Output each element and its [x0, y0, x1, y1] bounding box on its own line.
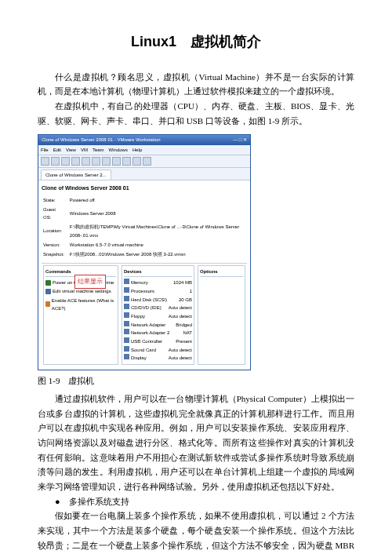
device-row[interactable]: FloppyAuto detect	[124, 312, 192, 320]
vm-meta-table: State:Powered off Guest OS:Windows Serve…	[42, 195, 247, 260]
paragraph-multi-os-1: 假如要在一台电脑上装多个操作系统，如果不使用虚拟机，可以通过 2 个方法来实现，…	[38, 508, 354, 554]
toolbar-icon[interactable]	[71, 157, 80, 166]
window-titlebar: Clone of Windows Server 2008 01 - VMware…	[38, 135, 250, 144]
device-row[interactable]: DisplayAuto detect	[124, 354, 192, 362]
meta-ver-key: Version:	[43, 241, 68, 249]
vmware-window: Clone of Windows Server 2008 01 - VMware…	[38, 134, 251, 370]
options-header: Options	[200, 268, 243, 277]
usb-icon	[124, 337, 129, 343]
menu-file[interactable]: File	[41, 146, 49, 154]
play-icon	[45, 280, 51, 286]
device-row[interactable]: Network AdapterBridged	[124, 321, 192, 329]
vm-name-heading: Clone of Windows Server 2008 01	[42, 184, 247, 193]
cpu-icon	[124, 287, 129, 293]
bullet-multi-os: ● 多操作系统支持	[55, 494, 354, 509]
figure-vm-screenshot: Clone of Windows Server 2008 01 - VMware…	[38, 134, 354, 370]
meta-snap-value: F:\快照2008...01\Windows Server 2008 快照 3-…	[70, 250, 245, 258]
ace-icon	[45, 301, 50, 307]
window-title-text: Clone of Windows Server 2008 01 - VMware…	[42, 136, 161, 144]
menu-windows[interactable]: Windows	[109, 146, 128, 154]
devices-panel: Devices Memory1024 MB Processors1 Hard D…	[122, 265, 194, 365]
device-row[interactable]: Processors1	[124, 287, 192, 295]
floppy-icon	[124, 312, 129, 318]
gear-icon	[45, 289, 51, 294]
menu-team[interactable]: Team	[93, 146, 104, 154]
window-controls: — □ ✕	[233, 136, 247, 144]
meta-os-key: Guest OS:	[43, 206, 68, 221]
toolbar-icon[interactable]	[132, 157, 141, 166]
sound-icon	[124, 346, 129, 352]
paragraph-intro-2: 在虚拟机中，有自己的处理器（CPU）、内存、硬盘、主板、BIOS、显卡、光驱、软…	[38, 99, 354, 128]
meta-os-value: Windows Server 2008	[70, 206, 245, 221]
menu-bar[interactable]: File Edit View VM Team Windows Help	[38, 145, 250, 155]
toolbar-icon[interactable]	[102, 157, 111, 166]
cmd-enable-ace[interactable]: Enable ACE features (What is ACE?)	[45, 297, 116, 312]
toolbar-icon[interactable]	[143, 157, 151, 166]
meta-state-value: Powered off	[70, 196, 245, 204]
paragraph-intro-1: 什么是虚拟机？顾名思义，虚拟机（Virtual Machine）并不是一台实际的…	[38, 70, 354, 99]
toolbar-icon[interactable]	[112, 157, 121, 166]
toolbar-icon[interactable]	[122, 157, 131, 166]
device-row[interactable]: Memory1024 MB	[124, 279, 192, 286]
device-row[interactable]: Sound CardAuto detect	[124, 346, 192, 354]
toolbar[interactable]	[38, 155, 250, 168]
tab-active[interactable]: Clone of Windows Server 2...	[41, 169, 111, 180]
device-row[interactable]: USB ControllerPresent	[124, 337, 192, 345]
nic-icon	[124, 321, 129, 326]
callout-result: 结果显示	[74, 275, 106, 289]
meta-loc-value: F:\我的虚拟机\TEMP\My Virtual Machines\Clone …	[70, 223, 245, 239]
device-row[interactable]: Network Adapter 2NAT	[124, 329, 192, 337]
tab-strip[interactable]: Clone of Windows Server 2...	[38, 168, 250, 180]
figure-caption: 图 1-9 虚拟机	[38, 374, 354, 388]
toolbar-icon[interactable]	[51, 157, 60, 166]
memory-icon	[124, 279, 129, 284]
device-row[interactable]: CD/DVD (IDE)Auto detect	[124, 304, 192, 312]
menu-vm[interactable]: VM	[81, 146, 88, 154]
disk-icon	[124, 296, 129, 301]
options-panel: Options	[198, 265, 245, 365]
device-row[interactable]: Hard Disk (SCSI)20 GB	[124, 296, 192, 304]
bullet-multi-os-label: 多操作系统支持	[69, 497, 129, 506]
page-title: Linux1 虚拟机简介	[38, 30, 354, 54]
meta-snap-key: Snapshot:	[43, 250, 68, 258]
meta-ver-value: Workstation 6.5-7.0 virtual machine	[70, 241, 245, 249]
cd-icon	[124, 304, 129, 309]
nic-icon	[124, 329, 129, 334]
toolbar-icon[interactable]	[82, 157, 90, 166]
toolbar-icon[interactable]	[61, 157, 70, 166]
vm-summary-pane: Clone of Windows Server 2008 01 State:Po…	[38, 180, 250, 370]
toolbar-icon[interactable]	[41, 157, 49, 166]
toolbar-icon[interactable]	[92, 157, 100, 166]
paragraph-after-figure: 通过虚拟机软件，用户可以在一台物理计算机（Physical Computer）上…	[38, 392, 354, 494]
menu-help[interactable]: Help	[132, 146, 142, 154]
menu-edit[interactable]: Edit	[53, 146, 61, 154]
commands-panel: Commands Power on this virtual machine E…	[43, 265, 118, 365]
meta-state-key: State:	[43, 196, 68, 204]
menu-view[interactable]: View	[66, 146, 76, 154]
cmd-edit-settings[interactable]: Edit virtual machine settings	[45, 287, 116, 295]
meta-loc-key: Location:	[43, 223, 68, 239]
devices-header: Devices	[124, 268, 192, 277]
display-icon	[124, 354, 129, 359]
